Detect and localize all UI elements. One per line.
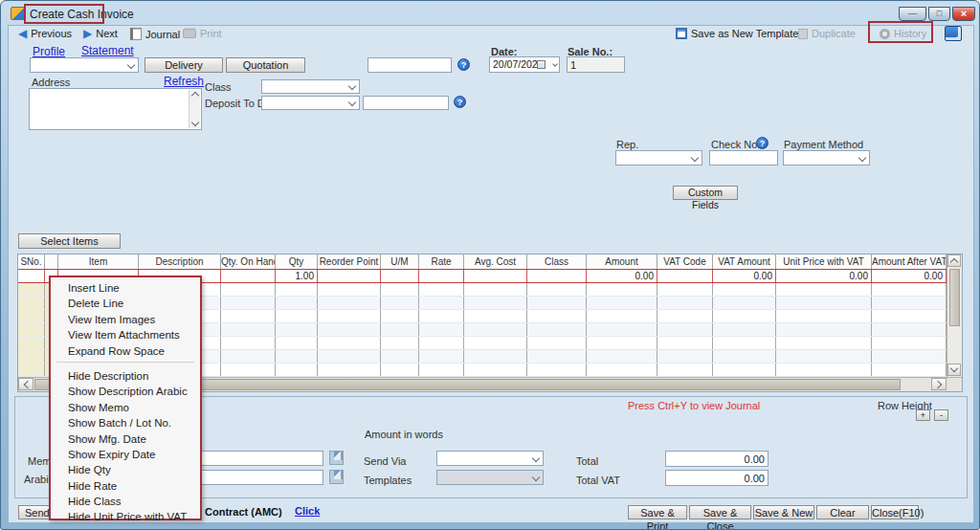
vat-amount-cell[interactable]: 0.00: [713, 270, 776, 282]
refresh-link[interactable]: Refresh: [164, 75, 204, 88]
window-title: Create Cash Invoice: [30, 8, 134, 21]
templates-label: Templates: [364, 475, 412, 486]
print-button[interactable]: Print: [183, 28, 222, 39]
menu-item-view-item-attachments[interactable]: View Item Attachments: [51, 327, 200, 342]
column-header[interactable]: Qty: [276, 254, 318, 269]
menu-item-show-mfg-date[interactable]: Show Mfg. Date: [51, 431, 200, 447]
address-textarea[interactable]: [29, 88, 202, 130]
duplicate-icon: [798, 29, 808, 39]
delivery-button[interactable]: Delivery: [145, 57, 223, 73]
date-value: 20/07/2023: [493, 58, 544, 70]
chevron-down-icon: [532, 454, 540, 462]
amount-cell[interactable]: 0.00: [587, 270, 657, 282]
qty-cell[interactable]: 1.00: [276, 270, 318, 282]
profile-combo[interactable]: [30, 57, 139, 73]
unit-price-with-vat-cell[interactable]: 0.00: [776, 270, 872, 282]
close-f10-button[interactable]: Close(F10): [871, 505, 919, 519]
previous-button[interactable]: ◀ Previous: [18, 28, 72, 39]
select-items-button[interactable]: Select Items: [18, 233, 121, 249]
sale-no-field[interactable]: [567, 56, 625, 73]
column-header[interactable]: Description: [139, 254, 221, 269]
row-height-decrease-button[interactable]: -: [934, 409, 948, 421]
close-button[interactable]: ×: [952, 7, 975, 21]
save-and-close-button[interactable]: Save & Close: [689, 505, 751, 519]
save-and-print-button[interactable]: Save & Print: [628, 505, 687, 519]
history-button[interactable]: History: [880, 28, 926, 39]
column-header[interactable]: Unit Price with VAT: [776, 254, 872, 269]
menu-item-hide-rate[interactable]: Hide Rate: [51, 478, 200, 494]
column-header[interactable]: Qty. On Hand: [221, 254, 276, 269]
column-header[interactable]: U/M: [381, 254, 419, 269]
total-vat-field[interactable]: [665, 470, 768, 486]
menu-item-hide-qty[interactable]: Hide Qty: [51, 462, 200, 477]
save-as-new-template-button[interactable]: Save as New Template: [676, 28, 798, 39]
save-and-new-button[interactable]: Save & New: [753, 505, 814, 519]
scrollbar-thumb[interactable]: [949, 269, 960, 326]
templates-combo[interactable]: [436, 470, 544, 485]
column-header[interactable]: VAT Amount: [713, 254, 776, 269]
menu-item-insert-line[interactable]: Insert Line: [51, 280, 200, 296]
check-no-field[interactable]: [709, 150, 778, 166]
scroll-left-icon[interactable]: [18, 378, 33, 390]
scroll-down-icon[interactable]: [191, 119, 199, 126]
column-header[interactable]: Amount: [587, 254, 657, 269]
date-field[interactable]: 20/07/2023: [489, 56, 560, 73]
menu-item-hide-unit-price-with-vat[interactable]: Hide Unit Price with VAT: [51, 509, 200, 524]
menu-item-show-memo[interactable]: Show Memo: [51, 400, 200, 415]
column-header[interactable]: Rate: [419, 254, 464, 269]
address-scrollbar[interactable]: [189, 90, 200, 128]
column-header[interactable]: Reorder Point: [318, 254, 381, 269]
custom-fields-button[interactable]: Custom Fields: [673, 186, 738, 200]
insert-template-icon[interactable]: [329, 470, 344, 484]
menu-item-hide-class[interactable]: Hide Class: [51, 494, 200, 509]
statement-link[interactable]: Statement: [81, 44, 134, 57]
deposit-combo[interactable]: [261, 96, 360, 110]
maximize-button[interactable]: □: [928, 7, 950, 21]
contract-click-link[interactable]: Click: [295, 505, 320, 517]
send-via-combo[interactable]: [436, 451, 544, 466]
duplicate-button[interactable]: Duplicate: [798, 28, 856, 39]
help-icon[interactable]: ?: [756, 137, 768, 149]
column-header[interactable]: SNo.: [18, 254, 45, 269]
menu-item-expand-row-space[interactable]: Expand Row Space: [51, 343, 200, 359]
date-dropdown-icon[interactable]: [552, 61, 558, 67]
scroll-down-icon[interactable]: [947, 364, 961, 376]
insert-template-icon[interactable]: [329, 451, 344, 465]
clear-button[interactable]: Clear: [816, 505, 869, 519]
menu-item-hide-description[interactable]: Hide Description: [51, 368, 200, 384]
scroll-up-icon[interactable]: [191, 92, 199, 99]
column-header[interactable]: [45, 254, 58, 269]
menu-item-show-expiry-date[interactable]: Show Expiry Date: [51, 447, 200, 462]
column-header[interactable]: Item: [58, 254, 139, 269]
profile-link[interactable]: Profile: [33, 45, 65, 58]
reference-field[interactable]: [368, 57, 452, 73]
help-icon[interactable]: ?: [454, 96, 466, 108]
help-icon[interactable]: ?: [457, 58, 470, 71]
deposit-account-field[interactable]: [363, 96, 449, 110]
next-button[interactable]: ▶ Next: [83, 28, 118, 39]
settings-blue-icon[interactable]: [945, 26, 962, 41]
column-header[interactable]: Class: [527, 254, 587, 269]
quotation-button[interactable]: Quotation: [226, 57, 305, 73]
row-height-increase-button[interactable]: +: [916, 409, 930, 421]
menu-item-show-description-arabic[interactable]: Show Description Arabic: [51, 384, 200, 399]
menu-item-view-item-images[interactable]: View Item Images: [51, 312, 200, 327]
scroll-up-icon[interactable]: [947, 254, 961, 267]
minimize-button[interactable]: —: [899, 7, 926, 21]
total-field[interactable]: [665, 451, 768, 467]
vertical-scrollbar[interactable]: [947, 254, 962, 377]
menu-item-delete-line[interactable]: Delete Line: [51, 296, 200, 311]
scroll-right-icon[interactable]: [931, 378, 947, 390]
chevron-down-icon: [858, 154, 866, 162]
calendar-icon[interactable]: [537, 60, 546, 69]
journal-button[interactable]: Journal: [130, 28, 180, 40]
payment-method-combo[interactable]: [783, 150, 870, 166]
rep-combo[interactable]: [615, 150, 702, 166]
next-label: Next: [96, 28, 118, 39]
column-header[interactable]: Amount After VAT: [872, 254, 947, 269]
column-header[interactable]: VAT Code: [657, 254, 713, 269]
column-header[interactable]: Avg. Cost: [464, 254, 527, 269]
class-combo[interactable]: [261, 79, 360, 94]
menu-item-show-batch-lot-no[interactable]: Show Batch / Lot No.: [51, 415, 200, 431]
amount-after-vat-cell[interactable]: 0.00: [872, 270, 947, 282]
